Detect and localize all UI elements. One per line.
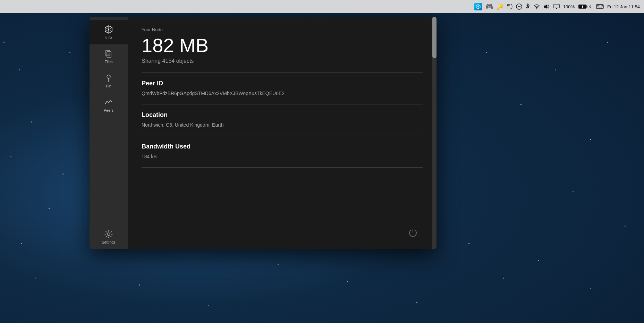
sidebar-item-peers[interactable]: Peers (90, 93, 128, 117)
peer-id-label: Peer ID (142, 80, 423, 87)
bandwidth-label: Bandwidth Used (142, 143, 423, 150)
menubar-right: 🎮 🔑 (474, 3, 640, 10)
svg-marker-9 (555, 8, 558, 9)
bandwidth-value: 184 kB (142, 153, 423, 160)
sidebar-item-info[interactable]: Info (90, 20, 128, 44)
divider-2 (142, 104, 423, 104)
divider-4 (142, 167, 423, 168)
game-controller-icon[interactable]: 🎮 (485, 3, 493, 10)
pin-icon (104, 74, 113, 83)
sidebar-item-pin[interactable]: Pin (90, 69, 128, 93)
svg-rect-17 (600, 6, 600, 6)
bandwidth-section: Bandwidth Used 184 kB (142, 143, 423, 160)
sidebar-item-files[interactable]: Files (90, 44, 128, 69)
svg-rect-19 (602, 6, 603, 6)
sidebar: Info Files Pin (90, 17, 128, 249)
volume-icon[interactable] (544, 4, 550, 9)
airplay-icon[interactable] (553, 4, 560, 9)
scrollbar-track[interactable] (432, 17, 437, 249)
svg-rect-20 (597, 7, 598, 7)
battery-icon[interactable] (578, 4, 593, 9)
svg-rect-8 (554, 4, 559, 8)
svg-point-34 (107, 75, 110, 78)
settings-icon (104, 230, 113, 239)
ipfs-tray-icon[interactable] (474, 3, 482, 10)
files-icon (104, 49, 113, 58)
svg-marker-13 (589, 5, 591, 9)
divider-1 (142, 73, 423, 73)
keyboard-icon[interactable] (596, 4, 604, 9)
sidebar-item-files-label: Files (104, 60, 112, 64)
sidebar-item-info-label: Info (105, 35, 112, 40)
storage-size: 182 MB (142, 36, 423, 55)
svg-marker-7 (544, 5, 547, 9)
cutlery-icon[interactable] (507, 3, 512, 10)
svg-rect-22 (600, 7, 600, 7)
cube-icon (104, 25, 113, 34)
svg-rect-18 (601, 6, 602, 6)
sidebar-item-settings[interactable]: Settings (90, 225, 128, 249)
svg-rect-12 (582, 6, 583, 8)
svg-rect-15 (597, 6, 598, 6)
svg-rect-21 (599, 7, 599, 7)
location-value: Northwich, C5, United Kingdom, Earth (142, 121, 423, 129)
peer-id-section: Peer ID QmdWbFdzBR6pGApdgSTMD6Ax2VMbXJBW… (142, 80, 423, 97)
section-title: Your Node (142, 27, 423, 32)
battery-percent: 100% (563, 4, 575, 9)
main-content: Your Node 182 MB Sharing 4154 objects Pe… (128, 17, 437, 249)
power-button[interactable] (407, 226, 419, 239)
lastpass-icon[interactable]: 🔑 (497, 3, 503, 10)
peers-icon (104, 98, 113, 107)
svg-point-6 (536, 8, 537, 9)
app-window: Info Files Pin (90, 17, 437, 249)
svg-rect-16 (599, 6, 599, 6)
location-label: Location (142, 111, 423, 119)
scrollbar-thumb[interactable] (432, 17, 437, 58)
menubar: 🎮 🔑 (0, 0, 644, 13)
sidebar-item-peers-label: Peers (104, 108, 114, 112)
location-section: Location Northwich, C5, United Kingdom, … (142, 111, 423, 129)
bluetooth-icon[interactable] (526, 3, 530, 10)
wifi-icon[interactable] (533, 4, 540, 9)
svg-point-36 (107, 233, 110, 236)
do-not-disturb-icon[interactable] (516, 3, 522, 10)
svg-rect-23 (601, 7, 602, 7)
sidebar-item-settings-label: Settings (102, 240, 116, 244)
divider-3 (142, 136, 423, 136)
menubar-datetime: Fri 12 Jan 11:54 (607, 4, 640, 9)
svg-rect-25 (598, 8, 602, 8)
svg-rect-31 (107, 52, 111, 57)
sidebar-item-pin-label: Pin (106, 84, 111, 88)
storage-subtitle: Sharing 4154 objects (142, 58, 423, 64)
your-node-section: Your Node 182 MB Sharing 4154 objects (142, 27, 423, 64)
peer-id-value: QmdWbFdzBR6pGApdgSTMD6Ax2VMbXJBWopXusTkE… (142, 90, 423, 97)
svg-rect-24 (602, 7, 603, 7)
